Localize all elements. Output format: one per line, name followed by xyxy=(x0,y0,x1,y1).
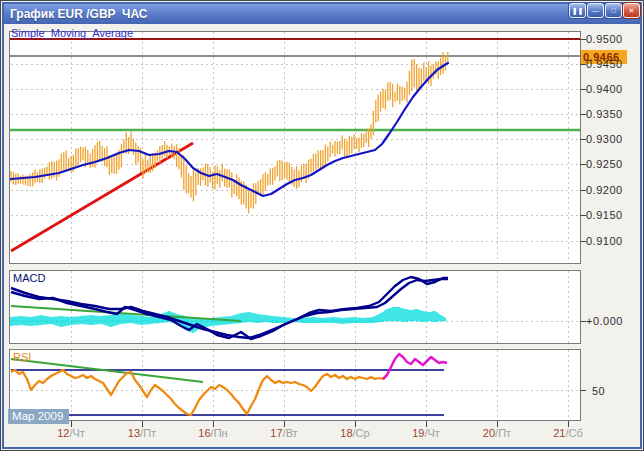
app-window: График EUR /GBP ЧАС ❚❚ — □ ✕ Simple_Movi… xyxy=(0,0,644,451)
chart-plot[interactable] xyxy=(1,1,644,451)
